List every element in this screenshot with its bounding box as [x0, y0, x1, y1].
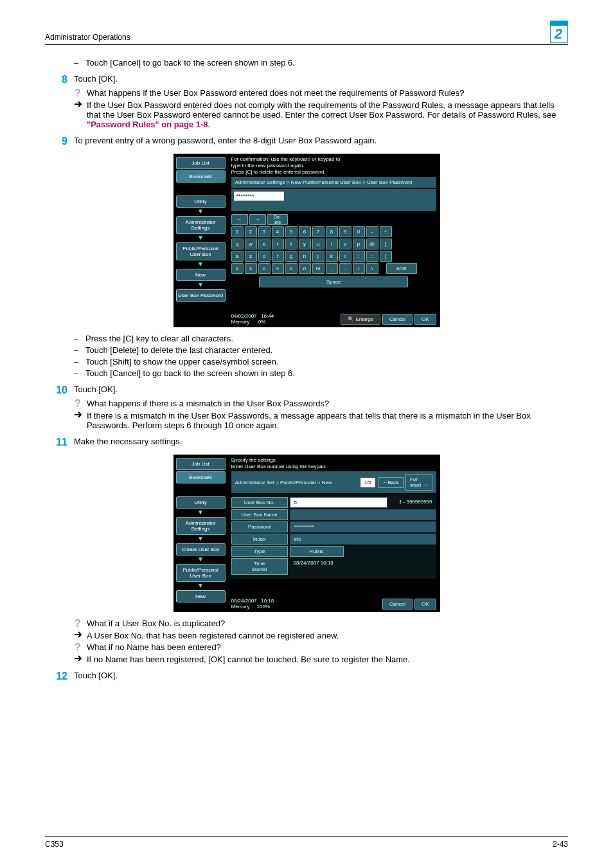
dash-icon: – [74, 334, 85, 343]
keyboard-key[interactable]: d [258, 251, 271, 262]
field-row: Time Stored08/24/2007 10:18 [231, 558, 436, 575]
keyboard-key[interactable]: 5 [285, 226, 298, 237]
new-button[interactable]: New [176, 269, 226, 281]
public-personal-button[interactable]: Public/Personal User Box [176, 564, 226, 582]
keyboard-key[interactable]: i [326, 239, 338, 249]
keyboard-key[interactable]: o [339, 239, 351, 249]
keyboard-key[interactable]: v [272, 263, 284, 274]
ok-button[interactable]: OK [414, 599, 436, 610]
keyboard-key[interactable]: y [299, 239, 311, 249]
keyboard-key[interactable]: , [326, 263, 338, 274]
keyboard-key[interactable]: t [285, 239, 298, 249]
admin-settings-button[interactable]: Administrator Settings [176, 216, 226, 234]
keyboard-key[interactable]: - [366, 226, 378, 237]
keyboard-key[interactable]: [ [380, 239, 392, 249]
keyboard-key[interactable]: r [272, 239, 284, 249]
keyboard-key[interactable]: . [339, 263, 351, 274]
arrow-icon [74, 100, 87, 129]
keyboard-key[interactable]: c [258, 263, 271, 274]
keyboard-key[interactable]: l [339, 251, 351, 262]
keyboard-key[interactable]: / [353, 263, 365, 274]
field-label[interactable]: Index [231, 534, 288, 545]
keyboard-key[interactable]: ; [353, 251, 365, 262]
keyboard-key[interactable]: \ [366, 263, 378, 274]
keyboard-key[interactable]: b [285, 263, 298, 274]
field-value: 5 [290, 497, 387, 508]
footer-datetime: 08/24/2007 10:18 Memory 100% [231, 598, 274, 610]
keyboard-right-icon[interactable]: → [249, 214, 266, 225]
keyboard-key[interactable]: h [299, 251, 311, 262]
job-list-button[interactable]: Job List [176, 157, 226, 169]
delete-key[interactable]: De- lete [267, 214, 288, 225]
space-key[interactable]: Space [259, 276, 408, 287]
utility-button[interactable]: Utility [176, 195, 226, 208]
keyboard-key[interactable]: m [312, 263, 324, 274]
field-label[interactable]: Type [231, 546, 288, 557]
keyboard-key[interactable]: 3 [258, 226, 271, 237]
keyboard-key[interactable]: 0 [353, 226, 365, 237]
new-button[interactable]: New [176, 590, 226, 602]
keyboard-key[interactable]: x [245, 263, 257, 274]
question-icon: ? [74, 399, 87, 409]
utility-button[interactable]: Utility [176, 496, 226, 509]
keyboard-key[interactable]: n [299, 263, 311, 274]
field-label[interactable]: User Box Name [231, 509, 288, 520]
keyboard-key[interactable]: u [312, 239, 324, 249]
keyboard-key[interactable]: z [231, 263, 244, 274]
dash-icon: – [74, 58, 85, 68]
instruction-text: For confirmation, use the keyboard or ke… [231, 156, 436, 176]
answer-row: A User Box No. that has been registered … [74, 631, 568, 640]
question-icon: ? [74, 88, 87, 98]
keyboard-key[interactable]: : [366, 251, 378, 262]
keyboard-key[interactable]: p [353, 239, 365, 249]
keyboard-key[interactable]: 2 [245, 226, 257, 237]
bullet-item: – Touch [Cancel] to go back to the scree… [74, 58, 568, 68]
field-value [290, 509, 436, 520]
field-row: Password********** [231, 521, 436, 532]
back-button[interactable]: ←Back [378, 477, 404, 488]
keyboard-key[interactable]: ] [380, 251, 392, 262]
public-personal-button[interactable]: Public/Personal User Box [176, 242, 226, 260]
forward-button[interactable]: For- ward → [405, 474, 432, 491]
bookmark-button[interactable]: Bookmark [176, 471, 226, 484]
password-input[interactable]: ******** [234, 192, 284, 201]
keyboard-key[interactable]: 6 [299, 226, 311, 237]
keyboard-key[interactable]: 4 [272, 226, 284, 237]
keyboard-key[interactable]: 9 [339, 226, 351, 237]
bookmark-button[interactable]: Bookmark [176, 170, 226, 183]
keyboard-key[interactable]: 1 [231, 226, 244, 237]
admin-settings-button[interactable]: Administrator Settings [176, 517, 226, 535]
cancel-button[interactable]: Cancel [382, 314, 413, 325]
instruction-text: Specify the settings. Enter User Box num… [231, 457, 436, 470]
keyboard-key[interactable]: a [231, 251, 244, 262]
ok-button[interactable]: OK [414, 314, 436, 325]
keyboard-key[interactable]: @ [366, 239, 378, 249]
keyboard-left-icon[interactable]: ← [231, 214, 248, 225]
footer-datetime: 04/02/2007 16:44 Memory 0% [231, 313, 274, 325]
field-label[interactable]: User Box No. [231, 497, 288, 508]
keyboard-key[interactable]: s [245, 251, 257, 262]
keyboard-key[interactable]: f [272, 251, 284, 262]
field-value[interactable]: Public [290, 546, 344, 557]
job-list-button[interactable]: Job List [176, 458, 226, 470]
dash-icon: – [74, 345, 85, 355]
enlarge-button[interactable]: 🔍 Enlarge [341, 314, 380, 325]
cancel-button[interactable]: Cancel [382, 599, 413, 610]
keyboard-key[interactable]: w [245, 239, 257, 249]
field-label[interactable]: Time Stored [231, 558, 288, 575]
user-box-password-button[interactable]: User Box Password [176, 289, 226, 302]
keyboard-key[interactable]: j [312, 251, 324, 262]
keyboard-key[interactable]: ^ [380, 226, 392, 237]
keyboard-key[interactable]: 7 [312, 226, 324, 237]
shift-key[interactable]: Shift [386, 263, 417, 274]
keyboard-key[interactable]: 8 [326, 226, 338, 237]
field-label[interactable]: Password [231, 521, 288, 532]
create-user-box-button[interactable]: Create User Box [176, 543, 226, 556]
keyboard-key[interactable]: k [326, 251, 338, 262]
password-rules-link[interactable]: "Password Rules" on page 1-8 [87, 120, 208, 129]
keyboard-key[interactable]: q [231, 239, 244, 249]
field-range: 1 - 999999999 [389, 497, 436, 508]
field-row: User Box Name [231, 509, 436, 520]
keyboard-key[interactable]: g [285, 251, 298, 262]
keyboard-key[interactable]: e [258, 239, 271, 249]
